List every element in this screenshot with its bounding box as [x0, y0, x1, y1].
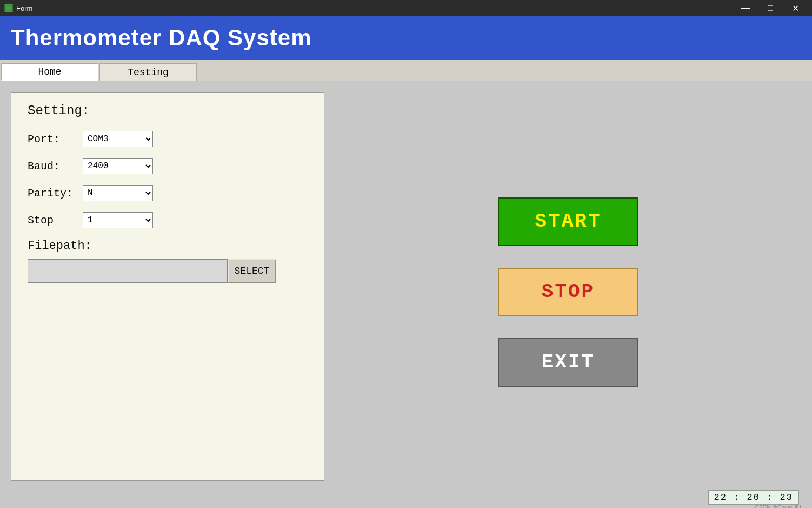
stop-button[interactable]: STOP	[498, 268, 638, 316]
titlebar: Form — □ ✕	[0, 0, 812, 16]
titlebar-controls: — □ ✕	[733, 0, 808, 16]
tab-home[interactable]: Home	[1, 63, 98, 81]
close-button[interactable]: ✕	[783, 0, 808, 16]
app-title: Thermometer DAQ System	[11, 25, 312, 51]
app-icon	[4, 4, 13, 12]
titlebar-left: Form	[4, 4, 32, 12]
minimize-button[interactable]: —	[733, 0, 758, 16]
maximize-button[interactable]: □	[758, 0, 783, 16]
tab-testing-label: Testing	[128, 67, 169, 78]
parity-select[interactable]: N E O	[83, 185, 153, 201]
app-header: Thermometer DAQ System	[0, 16, 812, 60]
right-panel: START STOP EXIT	[335, 92, 801, 481]
stop-select[interactable]: 1 2	[83, 212, 153, 228]
clock: 22 : 20 : 23	[708, 490, 799, 505]
stop-label: Stop	[28, 214, 76, 227]
svg-rect-0	[6, 5, 11, 11]
tab-home-label: Home	[38, 67, 61, 77]
filepath-row: SELECT	[28, 259, 308, 283]
settings-panel: Setting: Port: COM3 COM1 COM2 COM4 COM5 …	[11, 92, 324, 481]
baud-label: Baud:	[28, 160, 76, 173]
parity-row: Parity: N E O	[28, 185, 308, 201]
settings-title: Setting:	[28, 103, 308, 118]
start-button[interactable]: START	[498, 197, 638, 246]
parity-label: Parity:	[28, 187, 76, 200]
tabs-bar: Home Testing	[0, 60, 812, 81]
filepath-label: Filepath:	[28, 239, 308, 253]
filepath-input[interactable]	[28, 259, 228, 283]
main-content: Setting: Port: COM3 COM1 COM2 COM4 COM5 …	[0, 81, 812, 492]
status-bar: 22 : 20 : 23 CSDN @CoderHiH	[0, 492, 812, 508]
watermark: CSDN @CoderHiH	[755, 505, 801, 509]
titlebar-title: Form	[16, 4, 32, 12]
select-button[interactable]: SELECT	[228, 259, 276, 283]
baud-row: Baud: 2400 1200 4800 9600 19200	[28, 158, 308, 174]
tab-testing[interactable]: Testing	[99, 63, 197, 81]
port-label: Port:	[28, 133, 76, 146]
exit-button[interactable]: EXIT	[498, 338, 638, 387]
stop-row: Stop 1 2	[28, 212, 308, 228]
baud-select[interactable]: 2400 1200 4800 9600 19200	[83, 158, 153, 174]
port-select[interactable]: COM3 COM1 COM2 COM4 COM5	[83, 131, 153, 147]
port-row: Port: COM3 COM1 COM2 COM4 COM5	[28, 131, 308, 147]
